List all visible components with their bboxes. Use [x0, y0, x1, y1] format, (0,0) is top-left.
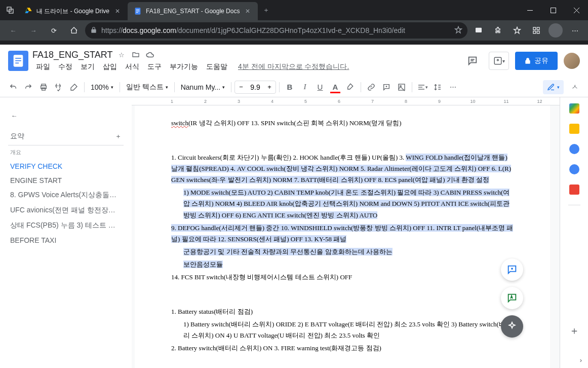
outline-item[interactable]: BEFORE TAXI: [0, 233, 132, 247]
move-icon[interactable]: [131, 50, 141, 60]
menubar: 파일 수정 보기 삽입 서식 도구 부가기능 도움말 4분 전에 마지막으로 수…: [32, 61, 462, 72]
minimize-button[interactable]: [518, 0, 541, 20]
undo-button[interactable]: [6, 80, 20, 94]
menu-button[interactable]: ⋯: [566, 22, 584, 39]
side-panel: ＋ ›: [560, 97, 588, 368]
nav-home-button[interactable]: [65, 22, 83, 39]
text-color-button[interactable]: A: [328, 80, 342, 94]
nav-back-button[interactable]: ←: [4, 22, 22, 39]
suggest-edit-fab[interactable]: [501, 287, 523, 309]
browser-titlebar: 내 드라이브 - Google Drive ✕ FA18_ENG_START -…: [0, 0, 588, 20]
add-summary-button[interactable]: ＋: [115, 132, 122, 141]
document-canvas[interactable]: 12345678910111213141516171819 switch(IR …: [132, 97, 560, 368]
ruler[interactable]: 12345678910111213141516171819: [132, 97, 560, 105]
tab-actions-icon[interactable]: [6, 6, 14, 14]
svg-rect-5: [136, 12, 138, 13]
collapse-toolbar-button[interactable]: ㅅ: [568, 80, 582, 94]
outline-item[interactable]: 8. GPWS Voice Alerts(지상충돌…: [0, 188, 132, 203]
text-highlighted: 보안음성모듈: [183, 261, 223, 268]
font-size-increase[interactable]: +: [263, 81, 276, 93]
menu-addons[interactable]: 부가기능: [166, 61, 202, 72]
last-edit-link[interactable]: 4분 전에 마지막으로 수정했습니다.: [238, 62, 349, 71]
maximize-button[interactable]: [541, 0, 565, 20]
docs-logo[interactable]: [8, 51, 28, 71]
menu-help[interactable]: 도움말: [203, 61, 231, 72]
star-icon[interactable]: ☆: [116, 50, 127, 60]
calendar-icon[interactable]: [569, 103, 579, 114]
spellcheck-button[interactable]: [52, 80, 66, 94]
editing-mode-button[interactable]: ▾: [543, 80, 564, 94]
lock-icon: [90, 26, 97, 35]
document-page[interactable]: switch(IR 냉각 스위치) OFF 13. SPIN switch(스핀…: [135, 105, 550, 368]
text: 14. FCS BIT switch(내장형 비행제어시스템 테스트 스위치) …: [171, 272, 514, 283]
text-highlighted: 9. DEFOG handle(서리제거 핸들) 중간 10. WINDSHIE…: [171, 224, 513, 243]
outline-item[interactable]: VERIFY CHECK: [0, 159, 132, 173]
italic-button[interactable]: I: [298, 80, 312, 94]
share-label: 공유: [534, 56, 548, 65]
close-icon[interactable]: ✕: [244, 7, 252, 15]
close-window-button[interactable]: [565, 0, 588, 20]
menu-insert[interactable]: 삽입: [99, 61, 121, 72]
font-size-decrease[interactable]: −: [235, 81, 247, 93]
font-size-value[interactable]: 9.9: [247, 83, 263, 91]
share-button[interactable]: 공유: [515, 52, 558, 70]
insert-image-button[interactable]: [395, 80, 409, 94]
hide-sidepanel-button[interactable]: ›: [580, 356, 582, 364]
outline-item[interactable]: ENGINE START: [0, 173, 132, 188]
bookmarks-bar: [0, 41, 588, 45]
style-dropdown[interactable]: 일반 텍스트 ▾: [123, 83, 171, 92]
sidebar-collapse-button[interactable]: ←: [4, 105, 24, 126]
keep-icon[interactable]: [569, 124, 579, 134]
print-button[interactable]: [36, 80, 51, 94]
get-addons-button[interactable]: ＋: [569, 324, 579, 338]
explore-fab[interactable]: [501, 315, 523, 338]
svg-rect-3: [136, 10, 140, 10]
browser-tab-drive[interactable]: 내 드라이브 - Google Drive ✕: [18, 2, 128, 20]
svg-rect-10: [476, 28, 482, 32]
zoom-dropdown[interactable]: 100% ▾: [88, 83, 116, 91]
menu-edit[interactable]: 수정: [55, 61, 76, 72]
user-avatar[interactable]: [564, 53, 580, 69]
add-comment-fab[interactable]: [501, 259, 523, 281]
menu-format[interactable]: 서식: [122, 61, 143, 72]
menu-tools[interactable]: 도구: [144, 61, 165, 72]
align-button[interactable]: ▾: [415, 80, 429, 94]
maps-icon[interactable]: [569, 185, 579, 195]
bookmark-star-icon[interactable]: [454, 26, 462, 35]
font-dropdown[interactable]: Nanum My... ▾: [178, 83, 228, 91]
close-icon[interactable]: ✕: [113, 7, 122, 15]
summary-heading: 요약: [10, 132, 24, 141]
redo-button[interactable]: [21, 80, 35, 94]
menu-file[interactable]: 파일: [32, 61, 54, 72]
more-button[interactable]: ⋯: [446, 80, 460, 94]
url-input[interactable]: https://docs.google.com/document/d/1jgP6…: [85, 22, 467, 39]
highlight-button[interactable]: [343, 80, 358, 94]
profile-button[interactable]: [546, 22, 565, 39]
insert-link-button[interactable]: [364, 80, 378, 94]
comments-button[interactable]: [462, 51, 483, 71]
collections-icon[interactable]: [527, 22, 545, 39]
nav-forward-button[interactable]: →: [24, 22, 43, 39]
outline-sidebar: ← 요약 ＋ 개요 VERIFY CHECK ENGINE START 8. G…: [0, 97, 132, 368]
menu-view[interactable]: 보기: [77, 61, 98, 72]
outline-item[interactable]: UFC avionics(전면 패널 항전장비…: [0, 203, 132, 218]
doc-title[interactable]: FA18_ENG_START: [32, 50, 112, 60]
extensions-icon[interactable]: [489, 22, 507, 39]
nav-refresh-button[interactable]: ⟳: [45, 22, 63, 39]
browser-tab-docs[interactable]: FA18_ENG_START - Google Docs ✕: [128, 2, 258, 20]
toolbar-icon[interactable]: [469, 22, 488, 39]
line-spacing-button[interactable]: [430, 80, 445, 94]
insert-comment-button[interactable]: [379, 80, 394, 94]
cloud-status-icon[interactable]: [145, 50, 155, 60]
underline-button[interactable]: U: [313, 80, 327, 94]
outline-item[interactable]: 상태 FCS(PB5) 누름 3) 테스트 진행: [0, 218, 132, 233]
paint-format-button[interactable]: [67, 80, 81, 94]
bold-button[interactable]: B: [283, 80, 297, 94]
browser-addressbar: ← → ⟳ https://docs.google.com/document/d…: [0, 20, 588, 41]
new-tab-button[interactable]: ＋: [258, 0, 275, 20]
present-button[interactable]: ▾: [489, 52, 509, 70]
favorites-icon[interactable]: [508, 22, 526, 39]
svg-rect-11: [533, 27, 536, 30]
contacts-icon[interactable]: [569, 164, 579, 174]
tasks-icon[interactable]: [569, 144, 579, 154]
